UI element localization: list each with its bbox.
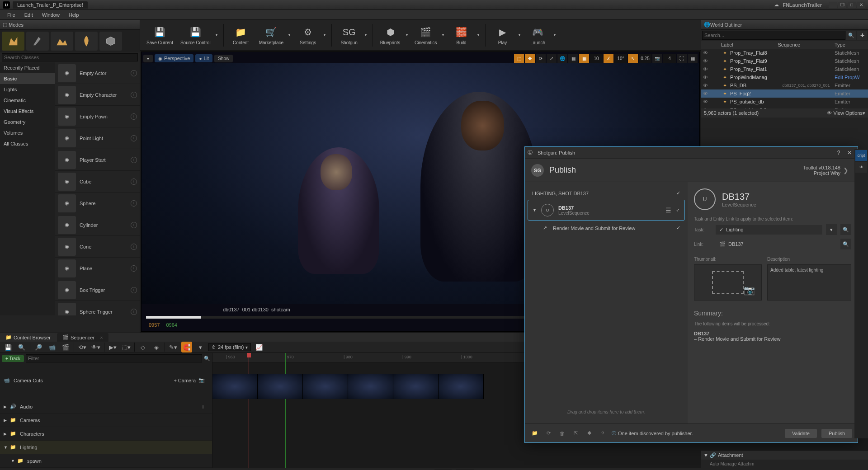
- fps-selector[interactable]: ⏱ 24 fps (film) ▾: [208, 343, 251, 351]
- publish-action[interactable]: ↗ Render Movie and Submit for Review ✓: [525, 221, 688, 235]
- visibility-icon[interactable]: 👁: [703, 50, 712, 56]
- bt-prev-sub[interactable]: ◁◇: [24, 468, 33, 470]
- link-field[interactable]: 🎬 DB137: [716, 240, 837, 249]
- info-icon[interactable]: i: [131, 92, 137, 98]
- visibility-icon[interactable]: 👁: [703, 75, 712, 80]
- cat-lights[interactable]: Lights: [0, 84, 55, 95]
- vp-scale-snap[interactable]: ⤡: [628, 54, 638, 63]
- task-search[interactable]: 🔍: [840, 224, 851, 235]
- toolbar-dropdown[interactable]: ▾: [213, 22, 220, 49]
- vp-translate[interactable]: ✥: [525, 54, 535, 63]
- info-icon[interactable]: i: [131, 309, 137, 315]
- actor-cone[interactable]: ◉Conei: [55, 236, 140, 258]
- mode-landscape[interactable]: [51, 32, 73, 51]
- task-dropdown[interactable]: ▾: [826, 224, 837, 235]
- close-button[interactable]: ✕: [857, 2, 865, 8]
- actor-sphere[interactable]: ◉Spherei: [55, 193, 140, 214]
- foot-refresh[interactable]: ⟳: [544, 429, 553, 438]
- outliner-row[interactable]: 👁✦Prop_Tray_Flat1StaticMesh: [701, 65, 868, 73]
- cat-recent[interactable]: Recently Placed: [0, 62, 55, 73]
- info-icon[interactable]: i: [131, 70, 137, 76]
- thumbnail-drop[interactable]: 📷: [694, 264, 762, 301]
- toolbar-dropdown[interactable]: ▾: [440, 22, 446, 49]
- bt-rev[interactable]: ◀: [54, 468, 63, 470]
- track-audio[interactable]: ▶🔊Audio+: [0, 400, 212, 414]
- seq-view[interactable]: 👁▾: [90, 342, 101, 352]
- bt-loop[interactable]: 1→: [114, 468, 123, 470]
- visibility-icon[interactable]: 👁: [703, 66, 712, 72]
- actor-empty-character[interactable]: ◉Empty Characteri: [55, 84, 140, 106]
- link-search[interactable]: 🔍: [840, 239, 851, 249]
- toolbar-source-control[interactable]: 💾Source Control: [178, 22, 213, 49]
- col-seq[interactable]: Sequence: [778, 42, 835, 47]
- attachment-header[interactable]: ▼ 🔗 Attachment: [701, 451, 868, 460]
- foot-expand[interactable]: ⇱: [571, 429, 580, 438]
- vp-grid-snap[interactable]: ▦: [579, 54, 589, 63]
- cat-all[interactable]: All Classes: [0, 138, 55, 149]
- visibility-icon[interactable]: 👁: [703, 99, 712, 104]
- toolbar-play[interactable]: ▶Play: [489, 22, 516, 49]
- vp-coord[interactable]: 🌐: [557, 54, 567, 63]
- toolbar-launch[interactable]: 🎮Launch: [524, 22, 552, 49]
- bt-prev-frame[interactable]: ◇▷: [34, 468, 43, 470]
- tab-details[interactable]: 👁: [855, 162, 867, 173]
- foot-new-folder[interactable]: 📁: [530, 429, 539, 438]
- track-search-icon[interactable]: 🔍: [204, 356, 210, 362]
- menu-edit[interactable]: Edit: [20, 12, 38, 18]
- info-icon[interactable]: i: [131, 113, 137, 120]
- camera-cut-icon[interactable]: 📷: [198, 377, 207, 383]
- dialog-close[interactable]: ✕: [844, 148, 855, 157]
- foot-delete[interactable]: 🗑: [557, 429, 566, 438]
- seq-autokey[interactable]: ◈: [151, 342, 162, 352]
- actor-cylinder[interactable]: ◉Cylinderi: [55, 214, 140, 236]
- outliner-row[interactable]: 👁✦PropWindManagEdit PropW: [701, 73, 868, 81]
- track-camera-cuts[interactable]: 📹 Camera Cuts + Camera 📷: [0, 374, 212, 387]
- menu-window[interactable]: Window: [38, 12, 64, 18]
- vp-scale-val[interactable]: 0.25: [639, 54, 651, 63]
- info-icon[interactable]: i: [131, 244, 137, 250]
- track-spawn[interactable]: ▼📁spawn: [0, 454, 212, 468]
- info-icon[interactable]: i: [131, 265, 137, 272]
- seq-render[interactable]: 📹: [47, 342, 57, 352]
- outliner-row[interactable]: 👁✦PS_outside_dbEmitter: [701, 98, 868, 106]
- auto-manage[interactable]: Auto Manage Attachm: [701, 460, 868, 468]
- toolbar-dropdown[interactable]: ▾: [286, 22, 292, 49]
- seq-play[interactable]: ▶▾: [107, 342, 118, 352]
- vp-grid-val[interactable]: 10: [590, 54, 603, 63]
- seq-undo[interactable]: ⟲▾: [77, 342, 88, 352]
- bt-step-fwd[interactable]: |▶: [74, 468, 83, 470]
- track-filter-input[interactable]: [26, 354, 202, 362]
- vp-camera-speed[interactable]: 📷: [652, 54, 662, 63]
- cat-cinematic[interactable]: Cinematic: [0, 95, 55, 106]
- actor-empty-actor[interactable]: ◉Empty Actori: [55, 62, 140, 84]
- bt-next-key[interactable]: ▷|: [94, 468, 103, 470]
- toolbar-dropdown[interactable]: ▾: [404, 22, 410, 49]
- header-expand[interactable]: ❯: [840, 167, 851, 174]
- toolbar-save-current[interactable]: 💾Save Current: [144, 22, 176, 49]
- bt-prev-key[interactable]: ◀|: [14, 468, 24, 470]
- actor-player-start[interactable]: ◉Player Starti: [55, 149, 140, 171]
- level-tab[interactable]: Launch_Trailer_P_Enterprise!: [13, 1, 88, 9]
- bt-next-sub[interactable]: ◇▷: [84, 468, 93, 470]
- actor-box-trigger[interactable]: ◉Box Triggeri: [55, 279, 140, 301]
- toolbar-dropdown[interactable]: ▾: [552, 22, 558, 49]
- mode-geometry[interactable]: [99, 32, 122, 51]
- vp-maximize[interactable]: ⛶: [677, 54, 687, 63]
- vp-perspective[interactable]: ◉ Perspective: [155, 54, 193, 62]
- actor-empty-pawn[interactable]: ◉Empty Pawni: [55, 106, 140, 127]
- vp-select[interactable]: ⬚: [514, 54, 524, 63]
- publish-button[interactable]: Publish: [821, 429, 852, 438]
- bt-start[interactable]: ▶: [5, 468, 14, 470]
- toolbar-blueprints[interactable]: ⬢Blueprints: [377, 22, 404, 49]
- foot-collapse[interactable]: ✱: [585, 429, 594, 438]
- visibility-icon[interactable]: 👁: [703, 83, 712, 88]
- vp-menu[interactable]: ▾: [143, 55, 153, 62]
- info-icon[interactable]: i: [131, 179, 137, 185]
- task-field[interactable]: ✓ Lighting: [716, 225, 822, 235]
- vp-speed-val[interactable]: 4: [663, 54, 676, 63]
- mode-paint[interactable]: [26, 32, 49, 51]
- toolbar-dropdown[interactable]: ▾: [475, 22, 481, 49]
- visibility-icon[interactable]: 👁: [703, 91, 712, 96]
- outliner-search-input[interactable]: [702, 31, 845, 40]
- item-expand[interactable]: ▼: [533, 208, 537, 212]
